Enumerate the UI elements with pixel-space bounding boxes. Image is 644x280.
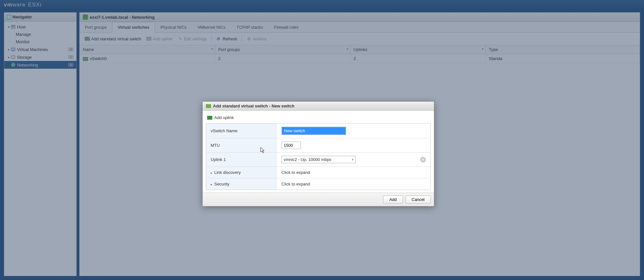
dialog-title-text: Add standard virtual switch - New switch <box>213 104 294 108</box>
link-discovery-label: Link discovery <box>206 167 277 178</box>
row-mtu: MTU <box>206 138 431 153</box>
uplink1-value: vmnic2 - Up, 10000 mbps <box>284 157 332 162</box>
vswitch-icon <box>206 104 211 108</box>
chevron-down-icon: ▾ <box>352 158 353 161</box>
uplink1-select[interactable]: vmnic2 - Up, 10000 mbps ▾ <box>282 156 356 163</box>
nic-icon <box>207 116 212 120</box>
add-button[interactable]: Add <box>383 195 403 204</box>
remove-uplink-button[interactable]: ✕ <box>420 157 426 163</box>
dialog-footer: Add Cancel <box>203 193 434 206</box>
dialog-body: Add uplink vSwitch Name MTU Uplink 1 vmn… <box>203 111 434 193</box>
security-label: Security <box>206 178 277 190</box>
form-table: vSwitch Name MTU Uplink 1 vmnic2 - Up, 1… <box>206 123 431 190</box>
link-discovery-value: Click to expand <box>277 167 431 178</box>
vswitch-name-input[interactable] <box>282 127 346 135</box>
security-value: Click to expand <box>277 178 431 190</box>
vswitch-name-label: vSwitch Name <box>206 124 277 138</box>
add-vswitch-dialog: Add standard virtual switch - New switch… <box>202 101 434 206</box>
mtu-label: MTU <box>206 138 277 153</box>
mtu-input[interactable] <box>282 142 301 149</box>
dialog-title-bar[interactable]: Add standard virtual switch - New switch <box>203 102 434 111</box>
row-security[interactable]: Security Click to expand <box>206 178 431 190</box>
uplink1-label: Uplink 1 <box>206 153 277 167</box>
row-link-discovery[interactable]: Link discovery Click to expand <box>206 167 431 178</box>
add-uplink-text: Add uplink <box>214 115 234 120</box>
add-uplink-action[interactable]: Add uplink <box>206 115 431 123</box>
row-vswitch-name: vSwitch Name <box>206 124 431 138</box>
row-uplink-1: Uplink 1 vmnic2 - Up, 10000 mbps ▾ ✕ <box>206 153 431 167</box>
cancel-button[interactable]: Cancel <box>406 195 431 204</box>
